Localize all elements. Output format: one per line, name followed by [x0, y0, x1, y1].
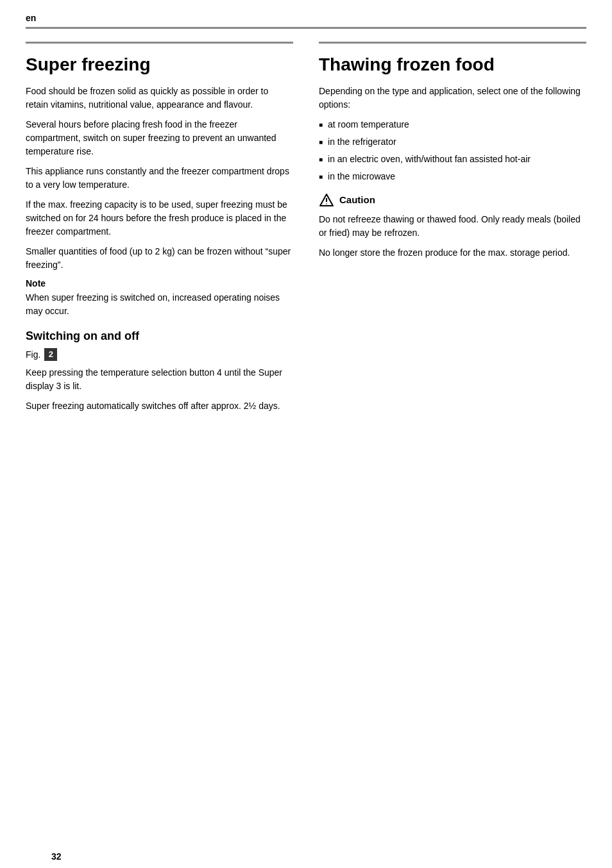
caution-para-2: No longer store the frozen produce for t…: [319, 246, 586, 260]
list-item: at room temperature: [319, 118, 586, 131]
super-freezing-para-2: Several hours before placing fresh food …: [26, 118, 293, 158]
switching-para-1: Keep pressing the temperature selection …: [26, 366, 293, 393]
super-freezing-para-3: This appliance runs constantly and the f…: [26, 165, 293, 192]
super-freezing-para-4: If the max. freezing capacity is to be u…: [26, 198, 293, 238]
lang-label: en: [26, 13, 586, 23]
fig-number: 2: [44, 348, 57, 361]
top-divider: [26, 27, 586, 29]
bullet-item-4: in the microwave: [328, 170, 395, 183]
page-number: 32: [51, 851, 62, 862]
super-freezing-para-5: Smaller quantities of food (up to 2 kg) …: [26, 245, 293, 272]
note-label: Note: [26, 278, 293, 288]
bullet-item-2: in the refrigerator: [328, 135, 396, 149]
bullet-item-3: in an electric oven, with/without fan as…: [328, 153, 531, 166]
fig-line: Fig. 2: [26, 348, 293, 361]
right-column: Thawing frozen food Depending on the typ…: [319, 42, 586, 419]
switching-on-off-title: Switching on and off: [26, 330, 293, 343]
bullet-item-1: at room temperature: [328, 118, 409, 131]
super-freezing-title: Super freezing: [26, 54, 293, 76]
thawing-intro: Depending on the type and application, s…: [319, 85, 586, 112]
list-item: in the refrigerator: [319, 135, 586, 149]
caution-label: Caution: [339, 194, 375, 205]
fig-label: Fig.: [26, 349, 40, 360]
list-item: in an electric oven, with/without fan as…: [319, 153, 586, 166]
thawing-title: Thawing frozen food: [319, 54, 586, 76]
note-text: When super freezing is switched on, incr…: [26, 291, 293, 318]
left-column: Super freezing Food should be frozen sol…: [26, 42, 293, 419]
super-freezing-para-1: Food should be frozen solid as quickly a…: [26, 85, 293, 112]
switching-para-2: Super freezing automatically switches of…: [26, 399, 293, 413]
svg-point-1: [326, 203, 327, 204]
caution-para-1: Do not refreeze thawing or thawed food. …: [319, 213, 586, 240]
left-section-divider: [26, 42, 293, 44]
thawing-options-list: at room temperature in the refrigerator …: [319, 118, 586, 183]
caution-triangle-icon: [319, 192, 334, 208]
caution-header: Caution: [319, 192, 586, 208]
list-item: in the microwave: [319, 170, 586, 183]
right-section-divider: [319, 42, 586, 44]
caution-box: Caution Do not refreeze thawing or thawe…: [319, 192, 586, 260]
